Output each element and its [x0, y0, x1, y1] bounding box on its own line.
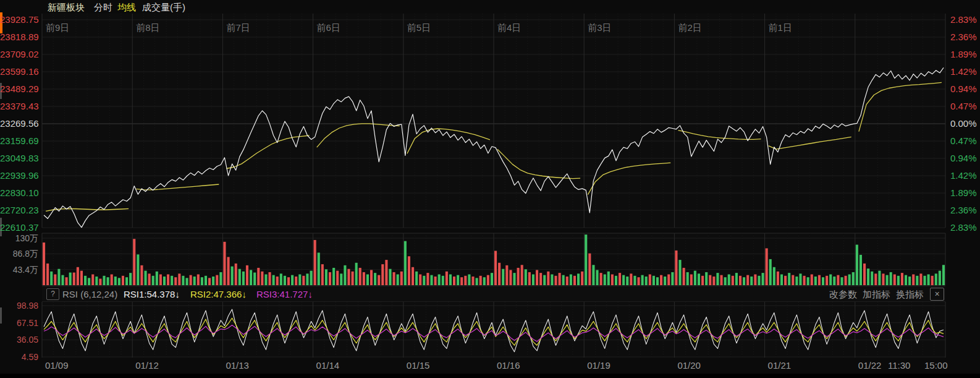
- time-axis-close: 15:00: [924, 360, 948, 371]
- percent-axis-label: 2.83%: [950, 223, 977, 233]
- price-axis-label: 23928.75: [0, 15, 38, 25]
- time-axis-midday: 11:30: [888, 360, 910, 371]
- day-label: 前5日: [407, 22, 431, 34]
- switch-indicator-button[interactable]: 换指标: [896, 289, 924, 301]
- rsi-axis-label: 36.05: [0, 335, 38, 345]
- time-axis-label: 01/16: [497, 360, 520, 371]
- volume-axis-label: 43.4万: [0, 265, 38, 275]
- percent-axis-label: 0.47%: [950, 136, 977, 146]
- volume-axis-label: 86.8万: [0, 249, 38, 259]
- price-axis-label: 22610.37: [0, 223, 38, 233]
- rsi3-value: RSI3:41.727↓: [256, 289, 313, 299]
- price-axis-label: 22830.10: [0, 188, 38, 198]
- price-axis-label: 22939.96: [0, 171, 38, 181]
- volume-axis-label: 130万: [0, 233, 38, 243]
- rsi-axis-label: 4.59: [0, 352, 38, 362]
- percent-axis-label: 2.83%: [950, 15, 977, 25]
- price-axis-label: 23049.83: [0, 153, 38, 163]
- price-axis-label: 23379.43: [0, 101, 38, 111]
- price-axis-label: 23709.02: [0, 49, 38, 59]
- price-axis-label: 23489.29: [0, 84, 38, 94]
- bottom-bar: [0, 374, 980, 378]
- percent-axis-label: 1.42%: [950, 67, 977, 77]
- close-icon[interactable]: ×: [930, 288, 944, 301]
- rsi-axis-label: 67.51: [0, 318, 38, 328]
- percent-axis-label: 0.00%: [950, 119, 977, 129]
- time-axis-label: 01/22: [858, 360, 882, 371]
- day-label: 前2日: [678, 22, 701, 34]
- day-label: 前4日: [497, 22, 521, 34]
- help-icon[interactable]: ?: [46, 288, 59, 300]
- time-axis-label: 01/09: [45, 360, 69, 371]
- price-axis-label: 23818.89: [0, 32, 38, 42]
- percent-axis-label: 0.47%: [950, 101, 977, 111]
- time-axis-label: 01/14: [316, 360, 340, 371]
- day-label: 前1日: [769, 22, 792, 34]
- time-axis-label: 01/13: [226, 360, 249, 371]
- percent-axis-label: 1.89%: [950, 49, 977, 59]
- time-axis-label: 01/19: [587, 360, 610, 371]
- add-indicator-button[interactable]: 加指标: [863, 289, 890, 301]
- day-label: 前7日: [226, 22, 250, 34]
- time-axis-label: 01/12: [135, 360, 159, 371]
- day-label: 前8日: [136, 22, 159, 34]
- time-axis-label: 01/20: [677, 360, 701, 371]
- percent-axis-label: 0.94%: [950, 84, 977, 94]
- chart-canvas[interactable]: [0, 0, 980, 378]
- price-axis-label: 23599.16: [0, 67, 38, 77]
- day-label: 前3日: [588, 22, 611, 34]
- time-axis-label: 01/21: [768, 360, 792, 371]
- price-axis-label: 22720.23: [0, 205, 38, 215]
- price-axis-label: 23269.56: [0, 119, 38, 129]
- percent-axis-label: 0.94%: [950, 153, 977, 163]
- stock-chart-app: 新疆板块 分时 均线 成交量(手) 23928.7523818.8923709.…: [0, 0, 980, 378]
- percent-axis-label: 2.36%: [950, 32, 977, 42]
- day-label: 前6日: [317, 22, 340, 34]
- day-label: 前9日: [46, 22, 69, 34]
- rsi2-value: RSI2:47.366↓: [190, 289, 247, 299]
- percent-axis-label: 1.42%: [950, 171, 977, 181]
- rsi-axis-label: 98.98: [0, 301, 38, 311]
- rsi-indicator-name: RSI (6,12,24): [62, 289, 117, 299]
- time-axis-label: 01/15: [407, 360, 430, 371]
- price-axis-label: 23159.69: [0, 136, 38, 146]
- rsi-indicator-bar: ? RSI (6,12,24) RSI1:54.378↓ RSI2:47.366…: [42, 286, 945, 302]
- percent-axis-label: 2.36%: [950, 205, 977, 215]
- change-params-button[interactable]: 改参数: [829, 289, 857, 301]
- percent-axis-label: 1.89%: [950, 188, 977, 198]
- rsi1-value: RSI1:54.378↓: [124, 289, 180, 299]
